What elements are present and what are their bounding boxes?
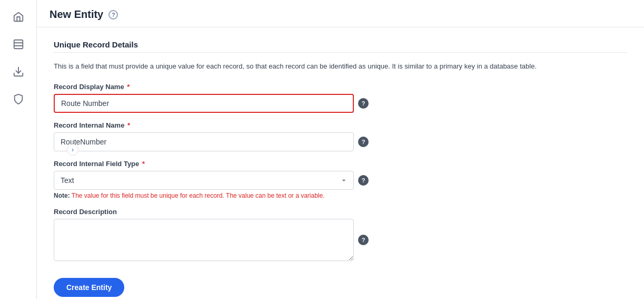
record-description-group: Record Description ? (54, 208, 627, 261)
download-icon (13, 66, 24, 78)
record-display-name-row: ? (54, 94, 627, 113)
sidebar-item-shield[interactable] (7, 88, 30, 111)
collapse-toggle[interactable]: › (67, 144, 78, 156)
record-internal-field-type-help-icon[interactable]: ? (358, 175, 369, 186)
svg-rect-0 (14, 40, 23, 49)
note-text: Note: The value for this field must be u… (54, 192, 627, 199)
layers-icon (13, 38, 24, 50)
record-internal-field-type-select[interactable]: Text Number Boolean Date (54, 171, 354, 190)
record-internal-name-input[interactable] (54, 132, 354, 151)
page-title: New Entity (49, 8, 103, 21)
record-display-name-group: Record Display Name * ? (54, 83, 627, 113)
page-help-icon[interactable]: ? (108, 10, 118, 20)
form-container: Unique Record Details This is a field th… (37, 27, 644, 299)
section-description: This is a field that must provide a uniq… (54, 61, 627, 72)
record-display-name-label: Record Display Name * (54, 83, 627, 91)
home-icon (13, 11, 24, 23)
sidebar-item-home[interactable] (7, 5, 30, 28)
record-internal-name-group: Record Internal Name * ? (54, 121, 627, 151)
record-display-name-help-icon[interactable]: ? (358, 98, 369, 109)
sidebar-item-layers[interactable] (7, 33, 30, 56)
section-divider (54, 52, 627, 53)
page-header: New Entity ? (37, 0, 644, 27)
record-description-row: ? (54, 219, 627, 261)
chevron-right-icon: › (72, 146, 74, 153)
main-wrapper: › New Entity ? Unique Record Details Thi… (37, 0, 644, 299)
sidebar-item-download[interactable] (7, 60, 30, 83)
record-description-label: Record Description (54, 208, 627, 216)
record-description-textarea[interactable] (54, 219, 354, 261)
shield-icon (13, 93, 24, 105)
record-internal-field-type-group: Record Internal Field Type * Text Number… (54, 160, 627, 199)
record-internal-name-label: Record Internal Name * (54, 121, 627, 129)
record-internal-name-help-icon[interactable]: ? (358, 137, 369, 147)
section-title: Unique Record Details (54, 40, 627, 49)
record-description-help-icon[interactable]: ? (358, 235, 369, 245)
sidebar (0, 0, 37, 299)
record-internal-field-type-row: Text Number Boolean Date ? (54, 171, 627, 190)
main-content: New Entity ? Unique Record Details This … (37, 0, 644, 299)
create-entity-button[interactable]: Create Entity (54, 278, 124, 297)
record-internal-name-row: ? (54, 132, 627, 151)
record-internal-field-type-label: Record Internal Field Type * (54, 160, 627, 168)
record-display-name-input[interactable] (54, 94, 354, 113)
